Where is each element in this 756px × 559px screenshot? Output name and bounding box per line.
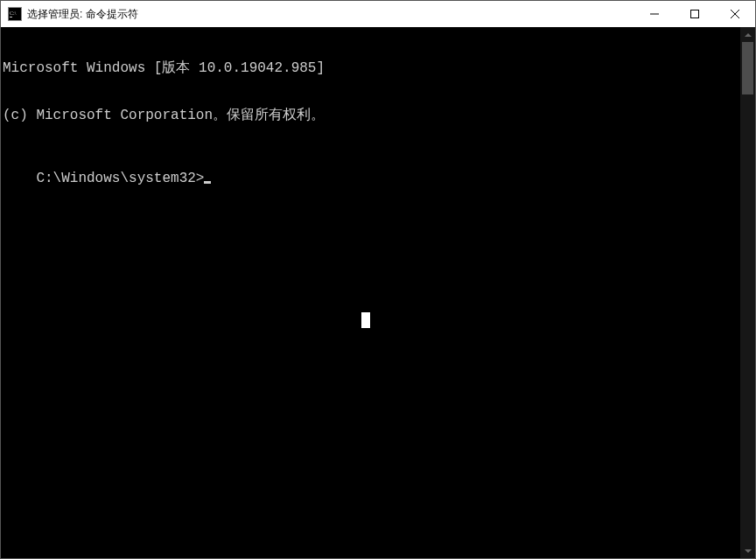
svg-rect-4 (691, 10, 699, 18)
terminal-output-line: Microsoft Windows [版本 10.0.19042.985] (3, 60, 755, 76)
scroll-up-button[interactable] (740, 27, 755, 42)
scroll-thumb[interactable] (742, 42, 753, 94)
titlebar[interactable]: C:\ 选择管理员: 命令提示符 (1, 1, 755, 27)
command-prompt-window: C:\ 选择管理员: 命令提示符 Microsoft Windows [版本 1… (0, 0, 756, 559)
close-button[interactable] (715, 1, 755, 27)
scroll-down-button[interactable] (740, 543, 755, 558)
vertical-scrollbar[interactable] (740, 27, 755, 558)
terminal-area[interactable]: Microsoft Windows [版本 10.0.19042.985] (c… (1, 27, 755, 558)
window-controls (634, 1, 755, 27)
chevron-up-icon (745, 33, 752, 37)
window-title: 选择管理员: 命令提示符 (27, 7, 634, 22)
terminal-output-line: (c) Microsoft Corporation。保留所有权利。 (3, 108, 755, 123)
maximize-button[interactable] (675, 1, 715, 27)
text-cursor (204, 181, 211, 184)
svg-rect-3 (10, 17, 12, 17)
minimize-button[interactable] (634, 1, 675, 27)
app-icon: C:\ (8, 7, 22, 21)
chevron-down-icon (745, 549, 752, 553)
selection-cursor-block (361, 312, 370, 328)
svg-text:C:\: C:\ (10, 10, 17, 16)
terminal-prompt: C:\Windows\system32> (36, 171, 204, 186)
